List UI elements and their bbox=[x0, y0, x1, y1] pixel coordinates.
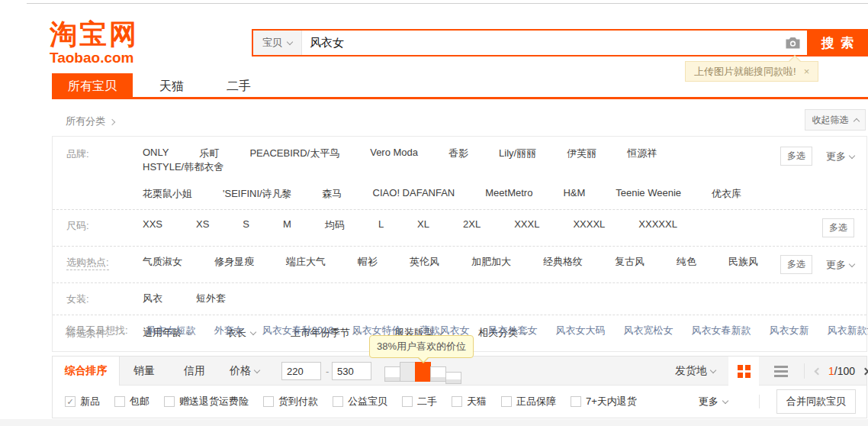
checkbox-charity[interactable]: 公益宝贝 bbox=[333, 395, 387, 408]
filter-option[interactable]: 森马 bbox=[323, 187, 342, 201]
related-search-link[interactable]: 风衣女新 bbox=[770, 324, 809, 337]
filter-option[interactable]: 短外套 bbox=[196, 292, 226, 305]
filter-option[interactable]: HSTYLE/韩都衣舍 bbox=[143, 160, 223, 174]
filter-option[interactable]: H&M bbox=[563, 187, 585, 201]
page-indicator: 1/100 bbox=[828, 365, 855, 377]
filter-option[interactable]: 经典格纹 bbox=[543, 255, 583, 269]
filter-option[interactable]: M bbox=[283, 218, 291, 232]
filter-option[interactable]: XS bbox=[196, 218, 209, 232]
ship-from-dropdown[interactable]: 发货地 bbox=[675, 357, 715, 386]
related-search-link[interactable]: 风衣女春秋2018 bbox=[262, 324, 334, 337]
related-searches-label: 您是不是想找: bbox=[66, 324, 128, 337]
multi-select-button[interactable]: 多选 bbox=[780, 147, 812, 166]
filter-option[interactable]: XXXL bbox=[514, 218, 539, 232]
related-search-link[interactable]: 外套女 bbox=[214, 324, 244, 337]
grid-view-button[interactable] bbox=[728, 357, 759, 386]
filter-option[interactable]: XXXXL bbox=[573, 218, 605, 232]
filter-option[interactable]: 修身显瘦 bbox=[214, 255, 254, 269]
logo-title: 淘宝网 bbox=[50, 20, 139, 49]
filter-option[interactable]: 帽衫 bbox=[358, 255, 378, 269]
related-search-link[interactable]: 风衣女春新款 bbox=[692, 324, 751, 337]
related-search-link[interactable]: 风衣宽松女 bbox=[624, 324, 674, 337]
filter-option[interactable]: 2XL bbox=[463, 218, 481, 232]
search-input[interactable] bbox=[302, 31, 778, 55]
tab-all-items[interactable]: 所有宝贝 bbox=[52, 73, 133, 99]
checkbox-icon bbox=[402, 396, 413, 407]
related-search-link[interactable]: 风衣女大码 bbox=[556, 324, 606, 337]
filter-option[interactable]: 英伦风 bbox=[410, 255, 439, 269]
filter-option[interactable]: 乐町 bbox=[199, 147, 219, 160]
merge-same-items-button[interactable]: 合并同款宝贝 bbox=[776, 389, 856, 414]
more-services-link[interactable]: 更多 bbox=[699, 395, 728, 408]
filter-option[interactable]: 端庄大气 bbox=[286, 255, 326, 269]
histogram-segment[interactable] bbox=[445, 372, 461, 384]
filter-option[interactable]: XXXXXL bbox=[638, 218, 677, 232]
filter-option[interactable]: XXS bbox=[143, 218, 162, 232]
image-search-button[interactable] bbox=[778, 31, 807, 55]
multi-select-button[interactable]: 多选 bbox=[822, 218, 854, 237]
checkbox-icon bbox=[452, 396, 462, 407]
filter-option[interactable]: 花栗鼠小姐 bbox=[143, 187, 192, 201]
sort-comprehensive[interactable]: 综合排序 bbox=[53, 357, 120, 386]
histogram-segment[interactable] bbox=[400, 362, 416, 382]
related-search-link[interactable]: 风衣外套女 bbox=[488, 324, 538, 337]
prev-page-icon[interactable] bbox=[815, 367, 822, 375]
checkbox-secondhand[interactable]: 二手 bbox=[402, 395, 437, 408]
filter-option[interactable]: 风衣 bbox=[143, 292, 162, 305]
checkbox-cod[interactable]: 货到付款 bbox=[263, 395, 318, 408]
filter-option[interactable]: 恒源祥 bbox=[627, 147, 657, 160]
close-icon[interactable]: × bbox=[804, 66, 810, 77]
filter-option[interactable]: 伊芙丽 bbox=[567, 147, 596, 160]
histogram-segment[interactable] bbox=[384, 366, 400, 382]
checkbox-authentic[interactable]: 正品保障 bbox=[501, 395, 556, 408]
list-view-button[interactable] bbox=[768, 357, 794, 386]
histogram-segment-selected[interactable] bbox=[415, 362, 431, 382]
filter-option[interactable]: 复古风 bbox=[615, 255, 645, 269]
price-min-input[interactable] bbox=[281, 362, 321, 380]
filter-option[interactable]: CIAO! DAFANFAN bbox=[373, 187, 455, 201]
next-page-icon[interactable] bbox=[862, 367, 868, 375]
tab-tmall[interactable]: 天猫 bbox=[143, 73, 200, 99]
related-search-link[interactable]: 风衣女短款 bbox=[146, 324, 196, 337]
filter-option[interactable]: PEACEBIRD/太平鸟 bbox=[249, 147, 339, 160]
filter-option[interactable]: 香影 bbox=[448, 147, 468, 160]
taobao-search-page: 淘宝网 Taobao.com 宝贝 搜 索 上传图片就能搜同款啦! × bbox=[0, 0, 868, 426]
related-search-link[interactable]: 风衣新款女春秋 bbox=[828, 324, 868, 337]
search-category-select[interactable]: 宝贝 bbox=[253, 31, 302, 55]
filter-option[interactable]: 均码 bbox=[325, 218, 345, 232]
filter-option[interactable]: Lily/丽丽 bbox=[499, 147, 536, 160]
search-submit-button[interactable]: 搜 索 bbox=[809, 29, 868, 56]
filter-option[interactable]: S bbox=[243, 218, 249, 232]
sort-price[interactable]: 价格 bbox=[230, 357, 259, 386]
filter-option[interactable]: ONLY bbox=[143, 147, 169, 160]
checkbox-free-shipping[interactable]: 包邮 bbox=[114, 395, 149, 408]
camera-icon bbox=[785, 37, 801, 50]
filter-option[interactable]: Vero Moda bbox=[370, 147, 418, 160]
filter-option[interactable]: 气质淑女 bbox=[143, 255, 182, 269]
collapse-filters-button[interactable]: 收起筛选 bbox=[805, 109, 866, 131]
checkbox-new[interactable]: 新品 bbox=[65, 395, 100, 408]
sort-credit[interactable]: 信用 bbox=[184, 357, 205, 386]
filter-option[interactable]: L bbox=[378, 218, 384, 232]
more-link[interactable]: 更多 bbox=[826, 147, 854, 163]
price-max-input[interactable] bbox=[332, 362, 371, 380]
checkbox-return-insurance[interactable]: 赠送退货运费险 bbox=[164, 395, 249, 408]
filter-option[interactable]: Teenie Weenie bbox=[616, 187, 681, 201]
multi-select-button[interactable]: 多选 bbox=[780, 255, 812, 274]
checkbox-7day-return[interactable]: 7+天内退货 bbox=[571, 395, 637, 408]
price-histogram-slider[interactable] bbox=[385, 360, 461, 382]
sort-sales[interactable]: 销量 bbox=[133, 357, 155, 386]
filter-option[interactable]: XL bbox=[417, 218, 429, 232]
filter-option[interactable]: 民族风 bbox=[728, 255, 758, 269]
filter-option[interactable]: 优衣库 bbox=[712, 187, 741, 201]
breadcrumb[interactable]: 所有分类 bbox=[66, 115, 114, 128]
filter-option[interactable]: MeetMetro bbox=[485, 187, 532, 201]
filter-option[interactable]: 'SEIFINI/诗凡黎 bbox=[223, 187, 292, 201]
filter-option[interactable]: 加肥加大 bbox=[471, 255, 511, 269]
histogram-segment[interactable] bbox=[430, 366, 446, 382]
checkbox-tmall[interactable]: 天猫 bbox=[452, 395, 487, 408]
tab-secondhand[interactable]: 二手 bbox=[211, 73, 267, 99]
filter-option[interactable]: 纯色 bbox=[677, 255, 696, 269]
more-link[interactable]: 更多 bbox=[826, 255, 854, 272]
taobao-logo[interactable]: 淘宝网 Taobao.com bbox=[50, 20, 139, 66]
